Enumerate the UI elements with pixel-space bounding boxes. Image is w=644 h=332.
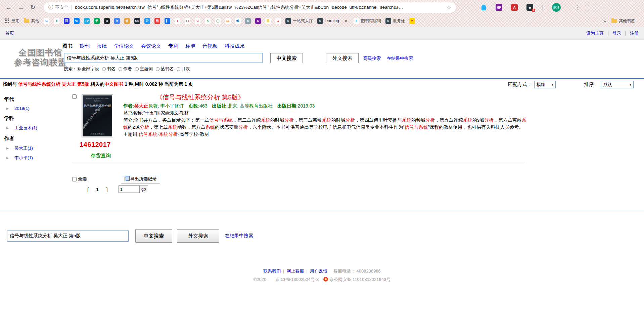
tab-journals[interactable]: 期刊 [80,43,90,49]
expand-arrow-icon[interactable]: ▶ [6,107,9,110]
facet-item[interactable]: ▶ 工业技术(1) [4,125,70,131]
match-mode-select[interactable]: 模糊 ▼ [534,81,556,88]
set-homepage-link[interactable]: 设为主页 [586,31,604,36]
tab-achievements[interactable]: 科技成果 [225,43,245,49]
bookmark-star-icon[interactable]: ☆ [447,4,451,11]
bookmark-item[interactable]: T6 [185,18,190,24]
current-page-number[interactable]: 1 [96,186,99,192]
bookmark-item[interactable]: ▍ [165,18,170,24]
home-link[interactable]: 首页 [5,30,14,36]
page-jump-input[interactable] [119,185,139,193]
tab-patents[interactable]: 专利 [168,43,178,49]
facet-item[interactable]: ▶ 2019(1) [4,106,70,111]
bookmark-item[interactable]: ◯ [215,18,221,24]
book-cover[interactable]: Analysis of Signals and Linear Systems 信… [82,94,113,137]
bookmark-item[interactable]: S 一站式大厅 [285,18,313,24]
chinese-search-button[interactable]: 中文搜索 [270,53,303,63]
extension-acrobat-icon[interactable]: A [511,4,518,11]
foreign-search-button[interactable]: 外文搜索 [326,53,359,63]
select-record-checkbox[interactable] [72,94,77,99]
url-bar[interactable]: ⓘ 不安全 | book.ucdrs.superlib.net/search?s… [44,2,456,13]
bookmark-item[interactable]: ⚑ [409,18,415,24]
bookmark-item[interactable]: 签 [124,18,130,24]
search-field-radio[interactable]: 作者 [119,66,132,72]
facet-link[interactable]: 李小平(1) [14,155,33,161]
bookmark-item[interactable]: 田 [265,18,271,24]
forward-icon[interactable]: → [18,4,24,11]
bookmark-item[interactable]: CS [134,18,140,24]
bookmark-item[interactable]: 云 [144,18,150,24]
bookmark-item[interactable]: 百 [64,18,70,24]
bottom-foreign-search-button[interactable]: 外文搜索 [177,229,219,243]
search-input[interactable] [64,53,263,63]
tab-proceedings[interactable]: 会议论文 [141,43,161,49]
extension-bulb-icon[interactable] [480,4,487,11]
search-field-radio[interactable]: 全部字段 [77,66,99,72]
radio-circle-icon[interactable] [119,67,122,71]
bookmark-item[interactable]: B [343,18,349,24]
stock-query-link[interactable]: 存货查询 [91,153,111,159]
bottom-chinese-search-button[interactable]: 中文搜索 [135,229,172,243]
bookmark-folder-other[interactable]: 其他 [24,18,39,24]
bookmark-item[interactable]: X [205,18,211,24]
login-link[interactable]: 登录 [612,31,621,36]
reload-icon[interactable]: ↻ [30,4,35,11]
expand-arrow-icon[interactable]: ▶ [6,147,9,150]
footer-link-feedback[interactable]: 用户反馈 [310,268,327,274]
bookmark-item[interactable]: 知 [74,18,80,24]
search-field-radio[interactable]: 书名 [102,66,116,72]
profile-avatar[interactable]: 成泽 [552,3,561,12]
search-field-radio[interactable]: 丛书名 [156,66,174,72]
bookmark-item[interactable]: 蛛 [235,18,241,24]
bookmarks-overflow-icon[interactable]: » [603,18,606,24]
bookmark-item[interactable]: e 图书馆咨询 [354,18,381,24]
footer-link-contact[interactable]: 联系我们 [263,268,281,274]
tab-newspapers[interactable]: 报纸 [97,43,107,49]
facet-link[interactable]: 2019(1) [14,106,30,111]
radio-circle-icon[interactable] [156,67,159,71]
back-icon[interactable]: ← [5,4,11,11]
bookmark-item[interactable]: T [175,18,180,24]
radio-circle-icon[interactable] [177,67,180,71]
tab-audio-video[interactable]: 音视频 [202,43,218,49]
expand-arrow-icon[interactable]: ▶ [6,126,9,130]
extension-rp-icon[interactable]: RP [496,4,502,11]
bookmark-item[interactable]: O [104,18,110,24]
bookmark-item[interactable]: G [44,18,49,24]
bookmark-item[interactable]: TV [84,18,90,24]
page-info-icon[interactable]: ⓘ [48,4,53,10]
bookmark-item[interactable]: 15 [225,18,231,24]
select-all-checkbox[interactable] [72,177,77,181]
other-bookmarks-folder[interactable]: 其他书签 [611,18,635,24]
bookmark-item[interactable]: 熊 [154,18,160,24]
book-title-link[interactable]: 《信号与线性系统分析 第5版》 [156,93,530,101]
tab-theses[interactable]: 学位论文 [114,43,134,49]
search-within-results-link[interactable]: 在结果中搜索 [387,55,413,61]
radio-circle-icon[interactable] [102,67,106,71]
bookmark-item[interactable]: C [195,18,200,24]
radio-circle-icon[interactable] [77,67,81,71]
sort-select[interactable]: 默认 ▼ [601,81,634,88]
facet-item[interactable]: ▶ 李小平(1) [4,155,70,161]
bookmark-item[interactable]: b [54,18,59,24]
facet-link[interactable]: 工业技术(1) [14,125,37,131]
bookmark-item[interactable]: S [245,18,251,24]
export-selected-button[interactable]: 导出所选记录 [121,175,160,183]
search-field-radio[interactable]: 主题词 [135,66,153,72]
go-button[interactable]: go [139,185,148,193]
facet-item[interactable]: ▶ 吴大正(1) [4,145,70,151]
advanced-search-link[interactable]: 高级搜索 [363,55,381,61]
apps-shortcut[interactable]: 应用 [5,18,19,24]
extension-tray-icon[interactable]: ◆1 [526,4,533,11]
bookmark-item[interactable]: S 教务处 [385,18,405,24]
bottom-search-within-link[interactable]: 在结果中搜索 [225,233,253,239]
chrome-menu-icon[interactable]: ⋮ [575,4,581,11]
bookmark-item[interactable]: S learning [317,18,339,24]
search-field-radio[interactable]: 目次 [177,66,190,72]
url-text[interactable]: book.ucdrs.superlib.net/search?sw=信号与线性系… [75,4,443,10]
bookmark-item[interactable]: 文 [114,18,120,24]
register-link[interactable]: 注册 [630,31,639,36]
tab-standards[interactable]: 标准 [185,43,195,49]
bookmark-item[interactable]: ▲ [275,18,281,24]
footer-link-online-service[interactable]: 网上客服 [287,268,304,274]
